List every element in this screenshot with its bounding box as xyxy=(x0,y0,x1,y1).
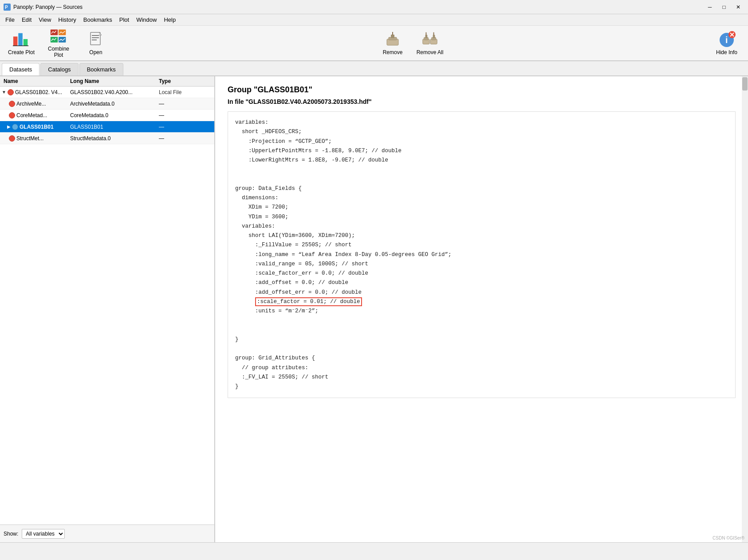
row-name: GLASS01B01 xyxy=(20,124,54,130)
expand-arrow: ▶ xyxy=(7,124,11,129)
row-type: Local File xyxy=(155,89,214,95)
dataset-dot xyxy=(8,89,14,95)
tab-bookmarks[interactable]: Bookmarks xyxy=(79,63,123,75)
tab-datasets[interactable]: Datasets xyxy=(2,63,39,75)
hide-info-icon: i xyxy=(718,31,736,48)
menu-view[interactable]: View xyxy=(35,16,55,24)
watermark: CSDN ©GISer® xyxy=(713,536,744,540)
menu-history[interactable]: History xyxy=(55,16,79,24)
combine-plot-label: Combine Plot xyxy=(43,46,75,58)
table-header: Name Long Name Type xyxy=(0,76,214,87)
row-name: GLASS01B02. V4... xyxy=(15,89,62,95)
create-plot-button[interactable]: Create Plot xyxy=(4,27,39,59)
menu-file[interactable]: File xyxy=(2,16,18,24)
window-controls: ─ □ ✕ xyxy=(704,3,744,12)
hide-info-button[interactable]: i Hide Info xyxy=(709,27,744,59)
hide-info-label: Hide Info xyxy=(716,49,737,55)
svg-rect-10 xyxy=(91,32,100,45)
remove-button[interactable]: Remove xyxy=(375,27,410,59)
row-name: ArchiveMe... xyxy=(16,101,46,107)
scrollbar-track[interactable] xyxy=(742,76,748,542)
row-name: CoreMetad... xyxy=(16,112,47,118)
menu-plot[interactable]: Plot xyxy=(116,16,133,24)
show-label: Show: xyxy=(4,531,18,537)
row-longname: GLASS01B02.V40.A200... xyxy=(67,89,155,95)
menu-bookmarks[interactable]: Bookmarks xyxy=(80,16,116,24)
dataset-dot xyxy=(9,101,15,107)
table-row[interactable]: ▼ GLASS01B02. V4... GLASS01B02.V40.A200.… xyxy=(0,87,214,98)
svg-rect-24 xyxy=(433,35,435,39)
expand-arrow: ▼ xyxy=(2,90,6,95)
code-block: variables: short _HDFEOS_CRS; :Projectio… xyxy=(228,111,736,398)
remove-all-icon xyxy=(421,31,439,48)
scrollbar-thumb[interactable] xyxy=(742,77,748,91)
svg-rect-9 xyxy=(59,37,66,43)
open-label: Open xyxy=(89,49,102,55)
svg-text:P: P xyxy=(5,5,8,10)
highlighted-line: :scale_factor = 0.01; // double xyxy=(255,297,362,306)
app-icon: P xyxy=(4,4,11,11)
svg-text:i: i xyxy=(725,35,728,45)
maximize-button[interactable]: □ xyxy=(718,3,730,12)
row-type: — xyxy=(155,124,214,130)
svg-rect-7 xyxy=(59,30,66,35)
row-type: — xyxy=(155,101,214,107)
close-button[interactable]: ✕ xyxy=(732,3,744,12)
menu-help[interactable]: Help xyxy=(160,16,179,24)
open-button[interactable]: Open xyxy=(78,27,114,59)
remove-all-button[interactable]: Remove All xyxy=(412,27,448,59)
row-longname: CoreMetadata.0 xyxy=(67,112,155,118)
row-type: — xyxy=(155,112,214,118)
statusbar xyxy=(0,542,748,552)
left-panel: Name Long Name Type ▼ GLASS01B02. V4... … xyxy=(0,76,215,542)
dataset-dot xyxy=(9,135,15,142)
menu-window[interactable]: Window xyxy=(133,16,160,24)
open-icon xyxy=(87,31,105,48)
bottom-bar: Show: All variables 2D variables 1D vari… xyxy=(0,525,214,542)
tab-catalogs[interactable]: Catalogs xyxy=(40,63,78,75)
toolbar: Create Plot Combine Plot xyxy=(0,26,748,61)
remove-label: Remove xyxy=(383,49,403,55)
right-panel: Group "GLASS01B01" In file "GLASS01B02.V… xyxy=(215,76,748,542)
tab-bar: Datasets Catalogs Bookmarks xyxy=(0,61,748,76)
svg-rect-2 xyxy=(13,36,18,46)
table-row[interactable]: ▶ GLASS01B01 GLASS01B01 — xyxy=(0,121,214,133)
row-longname: GLASS01B01 xyxy=(67,124,155,130)
remove-icon xyxy=(384,31,402,48)
svg-rect-20 xyxy=(425,35,428,39)
titlebar: P Panoply: Panoply — Sources ─ □ ✕ xyxy=(0,0,748,14)
create-plot-label: Create Plot xyxy=(8,49,35,55)
combine-plot-button[interactable]: Combine Plot xyxy=(41,27,76,59)
menu-edit[interactable]: Edit xyxy=(18,16,35,24)
show-select[interactable]: All variables 2D variables 1D variables xyxy=(22,529,65,539)
table-row[interactable]: StructMet... StructMetadata.0 — xyxy=(0,133,214,144)
menubar: File Edit View History Bookmarks Plot Wi… xyxy=(0,14,748,26)
combine-plot-icon xyxy=(50,28,67,45)
svg-rect-3 xyxy=(18,33,23,46)
row-longname: ArchiveMetadata.0 xyxy=(67,101,155,107)
row-longname: StructMetadata.0 xyxy=(67,135,155,142)
svg-rect-16 xyxy=(391,35,394,38)
window-title: Panoply: Panoply — Sources xyxy=(13,4,704,10)
table-row[interactable]: CoreMetad... CoreMetadata.0 — xyxy=(0,110,214,121)
header-name: Name xyxy=(0,78,67,84)
file-label: In file "GLASS01B02.V40.A2005073.2019353… xyxy=(228,98,736,105)
group-title: Group "GLASS01B01" xyxy=(228,85,736,95)
main-layout: Name Long Name Type ▼ GLASS01B02. V4... … xyxy=(0,76,748,542)
header-type: Type xyxy=(155,78,214,84)
table-row[interactable]: ArchiveMe... ArchiveMetadata.0 — xyxy=(0,98,214,110)
create-plot-icon xyxy=(12,31,30,48)
dataset-dot xyxy=(9,112,15,118)
svg-rect-4 xyxy=(24,39,28,46)
remove-all-label: Remove All xyxy=(417,49,444,55)
row-type: — xyxy=(155,135,214,142)
minimize-button[interactable]: ─ xyxy=(704,3,716,12)
tree-area: ▼ GLASS01B02. V4... GLASS01B02.V40.A200.… xyxy=(0,87,214,525)
header-longname: Long Name xyxy=(67,78,155,84)
row-name: StructMet... xyxy=(16,135,43,142)
dataset-dot xyxy=(12,124,18,130)
